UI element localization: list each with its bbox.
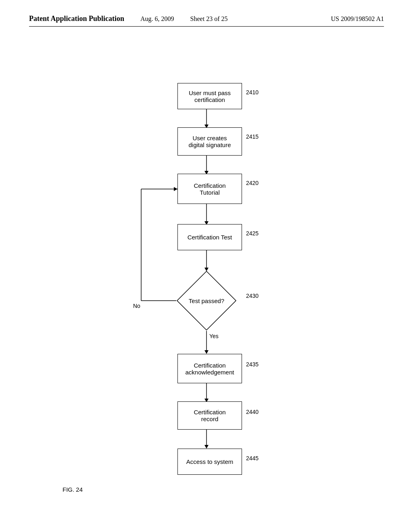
publication-title: Patent Application Publication (29, 15, 124, 23)
label-2415: 2415 (246, 133, 259, 140)
label-2425: 2425 (246, 230, 259, 237)
svg-marker-17 (204, 445, 209, 449)
publication-date: Aug. 6, 2009 (140, 15, 174, 23)
box-2425: Certification Test (177, 224, 242, 250)
svg-marker-11 (174, 187, 177, 191)
patent-number: US 2009/198502 A1 (331, 15, 384, 23)
page-header: Patent Application Publication Aug. 6, 2… (0, 0, 413, 23)
sheet-number: Sheet 23 of 25 (190, 15, 228, 23)
box-2420: Certification Tutorial (177, 174, 242, 204)
no-label: No (133, 303, 140, 309)
yes-label: Yes (209, 333, 219, 339)
label-2440: 2440 (246, 409, 259, 415)
label-2445: 2445 (246, 455, 259, 461)
svg-marker-13 (204, 350, 209, 354)
figure-label: FIG. 24 (63, 486, 83, 493)
label-2420: 2420 (246, 180, 259, 186)
box-2410: User must pass certification (177, 83, 242, 109)
box-2445: Access to system (177, 449, 242, 475)
diamond-2430: Test passed? (176, 270, 237, 331)
label-2435: 2435 (246, 361, 259, 368)
box-2440: Certification record (177, 401, 242, 430)
label-2410: 2410 (246, 89, 259, 96)
box-2415: User creates digital signature (177, 127, 242, 156)
diagram-area: User must pass certification 2410 User c… (0, 27, 413, 510)
label-2430: 2430 (246, 293, 259, 299)
box-2435: Certification acknowledgement (177, 354, 242, 383)
